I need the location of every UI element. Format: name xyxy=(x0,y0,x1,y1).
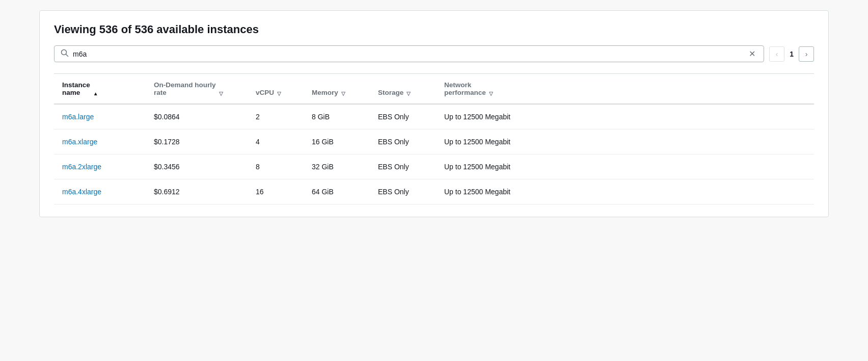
cell-vcpu: 8 xyxy=(248,154,304,179)
cell-memory: 32 GiB xyxy=(304,154,370,179)
cell-vcpu: 16 xyxy=(248,179,304,204)
cell-network: Up to 12500 Megabit xyxy=(436,179,814,204)
col-label-instance-name: Instancename xyxy=(62,81,90,96)
cell-price: $0.0864 xyxy=(146,104,248,130)
pagination-current: 1 xyxy=(788,50,796,58)
cell-storage: EBS Only xyxy=(370,130,436,154)
pagination-next-button[interactable]: › xyxy=(799,46,814,62)
col-label-price: On-Demand hourlyrate xyxy=(154,81,216,96)
col-header-storage[interactable]: Storage ▽ xyxy=(370,74,436,104)
pagination-prev-button[interactable]: ‹ xyxy=(769,46,784,62)
cell-instance-name[interactable]: m6a.xlarge xyxy=(54,130,146,154)
instances-table: Instancename ▲ On-Demand hourlyrate ▽ vC… xyxy=(54,74,814,204)
table-body: m6a.large$0.086428 GiBEBS OnlyUp to 1250… xyxy=(54,104,814,204)
sort-desc-icon-storage: ▽ xyxy=(406,91,411,96)
search-row: ✕ ‹ 1 › xyxy=(54,45,814,62)
table-row: m6a.large$0.086428 GiBEBS OnlyUp to 1250… xyxy=(54,104,814,130)
cell-instance-name[interactable]: m6a.4xlarge xyxy=(54,179,146,204)
sort-desc-icon-network: ▽ xyxy=(489,91,493,96)
svg-line-1 xyxy=(66,55,68,57)
table-wrapper: Instancename ▲ On-Demand hourlyrate ▽ vC… xyxy=(54,73,814,204)
cell-vcpu: 4 xyxy=(248,130,304,154)
cell-storage: EBS Only xyxy=(370,154,436,179)
page-title: Viewing 536 of 536 available instances xyxy=(54,23,814,36)
col-header-memory[interactable]: Memory ▽ xyxy=(304,74,370,104)
sort-desc-icon-vcpu: ▽ xyxy=(277,91,281,96)
cell-price: $0.6912 xyxy=(146,179,248,204)
col-header-network[interactable]: Networkperformance ▽ xyxy=(436,74,814,104)
chevron-right-icon: › xyxy=(805,50,808,58)
col-header-instance-name[interactable]: Instancename ▲ xyxy=(54,74,146,104)
pagination-controls: ‹ 1 › xyxy=(769,46,814,62)
search-wrapper[interactable]: ✕ xyxy=(54,45,764,62)
col-header-price[interactable]: On-Demand hourlyrate ▽ xyxy=(146,74,248,104)
main-container: Viewing 536 of 536 available instances ✕… xyxy=(39,10,829,217)
col-label-storage: Storage xyxy=(378,89,403,96)
table-row: m6a.xlarge$0.1728416 GiBEBS OnlyUp to 12… xyxy=(54,130,814,154)
search-icon xyxy=(61,49,69,59)
col-label-memory: Memory xyxy=(312,89,338,96)
cell-price: $0.3456 xyxy=(146,154,248,179)
cell-network: Up to 12500 Megabit xyxy=(436,104,814,130)
cell-memory: 8 GiB xyxy=(304,104,370,130)
col-label-network: Networkperformance xyxy=(444,81,486,96)
cell-network: Up to 12500 Megabit xyxy=(436,154,814,179)
cell-memory: 16 GiB xyxy=(304,130,370,154)
sort-desc-icon-price: ▽ xyxy=(219,91,223,96)
col-header-vcpu[interactable]: vCPU ▽ xyxy=(248,74,304,104)
cell-price: $0.1728 xyxy=(146,130,248,154)
cell-instance-name[interactable]: m6a.large xyxy=(54,104,146,130)
cell-vcpu: 2 xyxy=(248,104,304,130)
search-input[interactable] xyxy=(73,50,743,58)
cell-instance-name[interactable]: m6a.2xlarge xyxy=(54,154,146,179)
clear-icon[interactable]: ✕ xyxy=(747,49,757,59)
cell-network: Up to 12500 Megabit xyxy=(436,130,814,154)
table-header-row: Instancename ▲ On-Demand hourlyrate ▽ vC… xyxy=(54,74,814,104)
table-row: m6a.2xlarge$0.3456832 GiBEBS OnlyUp to 1… xyxy=(54,154,814,179)
cell-memory: 64 GiB xyxy=(304,179,370,204)
cell-storage: EBS Only xyxy=(370,179,436,204)
sort-desc-icon-memory: ▽ xyxy=(341,91,345,96)
cell-storage: EBS Only xyxy=(370,104,436,130)
sort-asc-icon: ▲ xyxy=(93,91,98,96)
table-row: m6a.4xlarge$0.69121664 GiBEBS OnlyUp to … xyxy=(54,179,814,204)
col-label-vcpu: vCPU xyxy=(256,89,274,96)
chevron-left-icon: ‹ xyxy=(776,50,778,58)
